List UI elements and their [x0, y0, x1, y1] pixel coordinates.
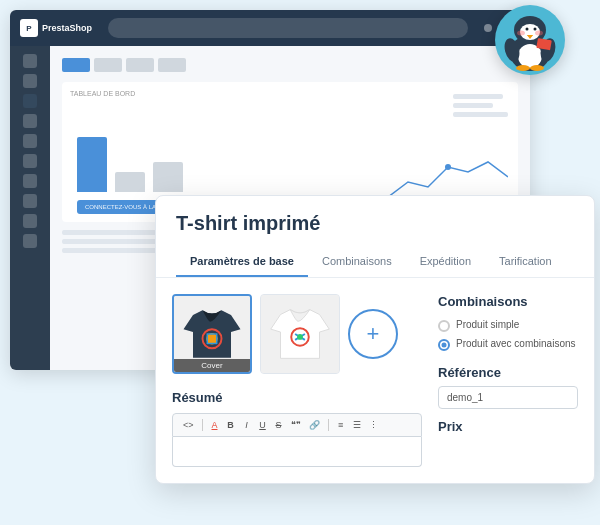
- svg-point-13: [530, 65, 544, 71]
- toolbar-strikethrough[interactable]: S: [273, 419, 285, 431]
- reference-input[interactable]: [438, 386, 578, 409]
- radio-simple[interactable]: [438, 320, 450, 332]
- radio-item-simple[interactable]: Produit simple: [438, 319, 578, 332]
- product-title: T-shirt imprimé: [176, 212, 574, 235]
- chart-bar-2: [115, 172, 145, 192]
- penguin-svg: [500, 8, 560, 73]
- chart-bar-3: [153, 162, 183, 192]
- product-images-area: Cover: [172, 294, 422, 374]
- radio-simple-label: Produit simple: [456, 319, 519, 330]
- chart-bar-1: [77, 137, 107, 192]
- logo-icon: P: [20, 19, 38, 37]
- prix-title: Prix: [438, 419, 578, 434]
- svg-point-8: [534, 27, 537, 30]
- sidebar-item-5: [23, 134, 37, 148]
- toolbar-sep-1: [202, 419, 203, 431]
- sidebar-item-7: [23, 174, 37, 188]
- tshirt-white-svg: [261, 295, 339, 373]
- subtab-1: [62, 58, 90, 72]
- svg-point-14: [517, 30, 525, 35]
- admin-topbar: P PrestaShop: [10, 10, 530, 46]
- sidebar-item-1: [23, 54, 37, 68]
- toolbar-bold[interactable]: B: [225, 419, 237, 431]
- admin-sidebar: [10, 46, 50, 370]
- editor-toolbar: <> A B I U S ❝❞ 🔗 ≡ ☰ ⋮: [172, 413, 422, 437]
- toolbar-quote[interactable]: ❝❞: [289, 419, 303, 431]
- search-bar: [108, 18, 468, 38]
- svg-point-12: [516, 65, 530, 71]
- sidebar-item-3: [23, 94, 37, 108]
- radio-combinaisons[interactable]: [438, 339, 450, 351]
- toolbar-font-color[interactable]: A: [209, 419, 221, 431]
- product-image-1[interactable]: Cover: [172, 294, 252, 374]
- toolbar-link[interactable]: 🔗: [307, 419, 322, 431]
- reference-title: Référence: [438, 365, 578, 380]
- toolbar-list-ol[interactable]: ⋮: [367, 419, 380, 431]
- image-1-label: Cover: [174, 359, 250, 372]
- svg-point-0: [445, 164, 451, 170]
- card-body: Cover: [156, 278, 594, 483]
- radio-combinaisons-label: Produit avec combinaisons: [456, 338, 576, 349]
- product-card: T-shirt imprimé Paramètres de base Combi…: [155, 195, 595, 484]
- icon-dot-1: [484, 24, 492, 32]
- combinaisons-title: Combinaisons: [438, 294, 578, 309]
- tab-parametres[interactable]: Paramètres de base: [176, 247, 308, 277]
- mascot-avatar: [495, 5, 565, 75]
- admin-subtabs: [62, 58, 518, 72]
- card-tabs: Paramètres de base Combinaisons Expéditi…: [176, 247, 574, 277]
- tab-expedition[interactable]: Expédition: [406, 247, 485, 277]
- card-left-panel: Cover: [172, 294, 422, 467]
- card-right-panel: Combinaisons Produit simple Produit avec…: [438, 294, 578, 467]
- resume-label: Résumé: [172, 390, 422, 405]
- svg-point-23: [297, 334, 303, 340]
- toolbar-align-left[interactable]: ≡: [335, 419, 347, 431]
- svg-point-15: [535, 30, 543, 35]
- logo-text: PrestaShop: [42, 23, 92, 33]
- tab-tarification[interactable]: Tarification: [485, 247, 566, 277]
- toolbar-list-ul[interactable]: ☰: [351, 419, 363, 431]
- sidebar-item-9: [23, 214, 37, 228]
- svg-point-19: [206, 333, 217, 344]
- tab-combinaisons[interactable]: Combinaisons: [308, 247, 406, 277]
- card-header: T-shirt imprimé Paramètres de base Combi…: [156, 196, 594, 278]
- product-image-2[interactable]: [260, 294, 340, 374]
- subtab-3: [126, 58, 154, 72]
- svg-point-7: [526, 27, 529, 30]
- toolbar-code[interactable]: <>: [181, 419, 196, 431]
- sidebar-item-10: [23, 234, 37, 248]
- logo-area: P PrestaShop: [20, 19, 92, 37]
- sidebar-item-8: [23, 194, 37, 208]
- editor-area[interactable]: [172, 437, 422, 467]
- subtab-4: [158, 58, 186, 72]
- add-image-button[interactable]: +: [348, 309, 398, 359]
- sidebar-item-6: [23, 154, 37, 168]
- subtab-2: [94, 58, 122, 72]
- toolbar-sep-2: [328, 419, 329, 431]
- sidebar-item-2: [23, 74, 37, 88]
- radio-item-combinaisons[interactable]: Produit avec combinaisons: [438, 338, 578, 351]
- sidebar-item-4: [23, 114, 37, 128]
- radio-group-combinaisons: Produit simple Produit avec combinaisons: [438, 319, 578, 351]
- toolbar-underline[interactable]: U: [257, 419, 269, 431]
- ph-bars: [453, 94, 508, 117]
- chart-title: TABLEAU DE BORD: [70, 90, 510, 97]
- toolbar-italic[interactable]: I: [241, 419, 253, 431]
